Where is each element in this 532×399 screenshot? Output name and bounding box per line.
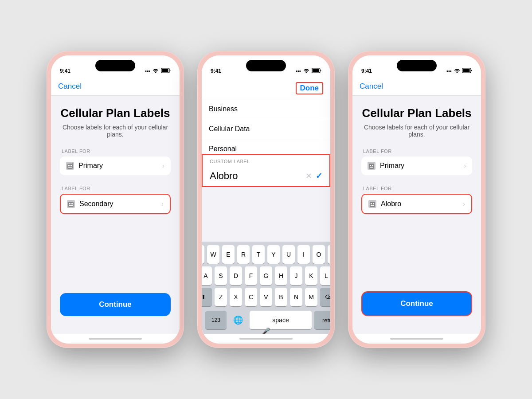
key-123[interactable]: 123 — [205, 311, 227, 329]
key-v[interactable]: V — [260, 288, 272, 306]
time-2: 9:41 — [211, 68, 221, 74]
sim-icon-3b — [368, 200, 376, 208]
home-indicator-2 — [239, 338, 293, 340]
phone-2: 9:41 ▪▪▪ Done Business C — [197, 51, 335, 348]
label-section-3b: LABEL FOR Alobro › — [361, 186, 472, 214]
battery-icon-1 — [161, 68, 171, 74]
key-j[interactable]: J — [290, 266, 302, 285]
picker-list: Business Cellular Data Personal Primary … — [202, 99, 330, 154]
wifi-icon-1 — [153, 68, 159, 74]
key-delete[interactable]: ⌫ — [320, 288, 330, 306]
key-f[interactable]: F — [245, 266, 257, 285]
cancel-button-1[interactable]: Cancel — [58, 82, 82, 91]
home-bar-2 — [202, 334, 330, 344]
sim-icon-3a — [368, 162, 376, 170]
key-g[interactable]: G — [260, 266, 272, 285]
svg-rect-16 — [372, 165, 373, 166]
key-o[interactable]: O — [313, 245, 325, 264]
svg-rect-9 — [69, 205, 73, 206]
custom-input-value[interactable]: Alobro — [210, 170, 302, 182]
keyboard: Q W E R T Y U I O P A S D F G H — [202, 242, 330, 334]
status-bar-2: 9:41 ▪▪▪ — [202, 55, 330, 78]
svg-rect-20 — [373, 203, 374, 204]
key-d[interactable]: D — [230, 266, 242, 285]
svg-rect-7 — [69, 203, 70, 204]
picker-item-business[interactable]: Business — [202, 99, 330, 119]
custom-input-row[interactable]: Alobro ✕ ✓ — [203, 166, 329, 186]
label-value-3a: Primary — [380, 162, 459, 170]
cancel-button-3[interactable]: Cancel — [360, 82, 383, 91]
key-e[interactable]: E — [222, 245, 235, 264]
nav-bar-2: Done — [202, 78, 330, 99]
chevron-1a: › — [162, 162, 164, 169]
key-l[interactable]: L — [320, 266, 330, 285]
key-t[interactable]: T — [252, 245, 265, 264]
label-header-1b: LABEL FOR — [60, 186, 171, 191]
page-subtitle-1: Choose labels for each of your cellular … — [60, 124, 171, 138]
key-h[interactable]: H — [275, 266, 287, 285]
picker-item-personal[interactable]: Personal — [202, 139, 330, 154]
chevron-1b: › — [161, 200, 164, 207]
home-indicator-1 — [89, 338, 142, 340]
label-row-1b[interactable]: Secondary › — [60, 194, 171, 214]
dynamic-island-1 — [95, 60, 135, 71]
signal-icon-3: ▪▪▪ — [446, 68, 452, 74]
key-space[interactable]: space — [250, 311, 312, 329]
key-shift[interactable]: ⬆ — [202, 288, 212, 306]
done-button-2[interactable]: Done — [296, 82, 324, 94]
key-p[interactable]: P — [328, 245, 330, 264]
keyboard-mic-icon: 🎤 — [262, 327, 270, 334]
signal-icon-1: ▪▪▪ — [145, 68, 150, 74]
wifi-icon-3 — [454, 68, 460, 74]
phone-1: 9:41 ▪▪▪ Cancel Cellular Plan Labels Cho… — [47, 51, 184, 348]
status-bar-1: 9:41 ▪▪▪ — [51, 55, 180, 78]
continue-button-3[interactable]: Continue — [361, 291, 472, 316]
label-header-3a: LABEL FOR — [361, 149, 472, 154]
confirm-icon[interactable]: ✓ — [316, 171, 322, 181]
label-row-1a[interactable]: Primary › — [60, 156, 171, 175]
sim-icon-1a — [66, 162, 74, 170]
battery-icon-2 — [312, 68, 321, 74]
home-indicator-3 — [390, 338, 443, 340]
label-row-3b[interactable]: Alobro › — [361, 194, 472, 214]
key-k[interactable]: K — [305, 266, 317, 285]
key-u[interactable]: U — [282, 245, 295, 264]
svg-rect-11 — [313, 69, 319, 72]
label-value-1b: Secondary — [79, 200, 157, 208]
key-r[interactable]: R — [237, 245, 250, 264]
picker-item-cellular[interactable]: Cellular Data — [202, 119, 330, 139]
svg-rect-4 — [70, 165, 72, 166]
emoji-icon[interactable]: 🌐 — [229, 315, 247, 325]
label-row-3a[interactable]: Primary › — [361, 156, 472, 175]
key-y[interactable]: Y — [267, 245, 280, 264]
svg-rect-6 — [68, 202, 74, 207]
key-b[interactable]: B — [275, 288, 287, 306]
key-c[interactable]: C — [245, 288, 257, 306]
key-m[interactable]: M — [305, 288, 317, 306]
chevron-3a: › — [464, 162, 466, 169]
svg-rect-14 — [369, 164, 374, 169]
keyboard-bottom-row: 123 🌐 space return — [203, 309, 329, 329]
chevron-3b: › — [463, 200, 465, 207]
key-x[interactable]: X — [230, 288, 242, 306]
key-z[interactable]: Z — [215, 288, 227, 306]
key-s[interactable]: S — [215, 266, 227, 285]
page-subtitle-3: Choose labels for each of your cellular … — [361, 124, 472, 138]
keyboard-row-2: A S D F G H J K L — [203, 266, 329, 285]
page-title-1: Cellular Plan Labels — [60, 106, 171, 120]
key-w[interactable]: W — [207, 245, 219, 264]
battery-icon-3 — [462, 68, 472, 74]
key-i[interactable]: I — [297, 245, 310, 264]
key-return[interactable]: return — [314, 311, 330, 329]
label-section-3a: LABEL FOR Primary › — [361, 149, 472, 175]
svg-rect-15 — [370, 165, 371, 166]
dynamic-island-2 — [246, 60, 286, 71]
clear-icon[interactable]: ✕ — [305, 171, 312, 181]
key-n[interactable]: N — [290, 288, 302, 306]
time-3: 9:41 — [361, 68, 372, 74]
continue-button-1[interactable]: Continue — [60, 293, 171, 316]
svg-rect-18 — [370, 202, 375, 207]
custom-label-header: CUSTOM LABEL — [203, 155, 329, 166]
key-q[interactable]: Q — [202, 245, 204, 264]
key-a[interactable]: A — [202, 266, 212, 285]
